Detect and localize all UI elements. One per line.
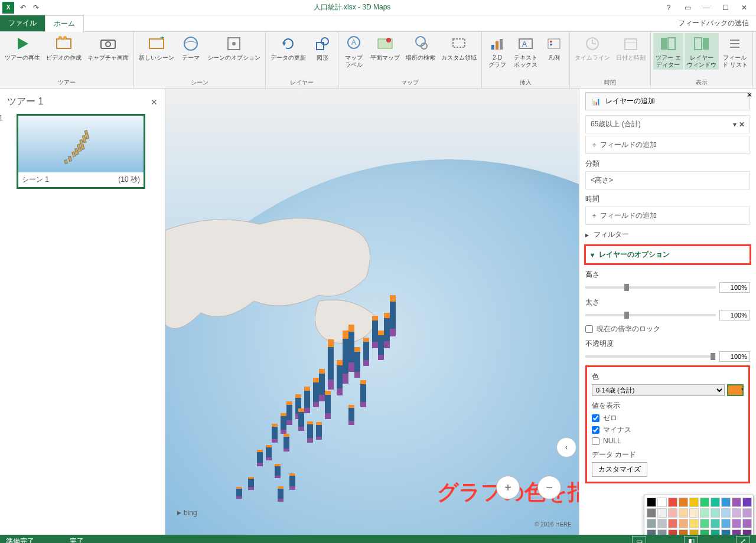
data-bar[interactable]: [307, 421, 313, 443]
color-swatch[interactable]: [679, 529, 688, 535]
filter-expander[interactable]: ▸ フィルター: [585, 227, 750, 242]
data-bar[interactable]: [384, 313, 390, 348]
data-bar[interactable]: [278, 486, 284, 502]
color-swatch[interactable]: [700, 529, 709, 535]
color-swatch[interactable]: [742, 519, 752, 528]
color-swatch[interactable]: [689, 529, 699, 535]
data-bar[interactable]: [298, 408, 304, 431]
color-swatch[interactable]: [700, 519, 709, 528]
help-button[interactable]: ?: [662, 2, 676, 14]
color-swatch[interactable]: [657, 508, 667, 518]
color-field-select[interactable]: 0-14歳 (合計): [592, 384, 725, 396]
view-mode-3[interactable]: ⤢: [736, 536, 750, 543]
color-swatch[interactable]: [732, 498, 741, 507]
time-add-field[interactable]: ＋ フィールドの追加: [585, 207, 750, 225]
tour-editor-button[interactable]: ツアー エディター: [653, 33, 683, 70]
color-swatch[interactable]: [711, 508, 720, 518]
color-swatch[interactable]: [721, 508, 731, 518]
new-scene-button[interactable]: +新しいシーン: [136, 33, 177, 63]
color-swatch[interactable]: [721, 498, 731, 507]
zoom-in-button[interactable]: +: [496, 476, 520, 499]
data-bar[interactable]: [313, 378, 319, 407]
color-swatch[interactable]: [679, 519, 688, 528]
data-bar[interactable]: [289, 473, 295, 490]
color-swatch[interactable]: [689, 508, 699, 518]
map-labels-button[interactable]: Aマップラベル: [341, 33, 367, 70]
data-bar[interactable]: [372, 316, 378, 348]
custom-region-button[interactable]: カスタム領域: [439, 33, 479, 63]
shapes-button[interactable]: 図形: [309, 33, 335, 63]
data-bar[interactable]: [337, 360, 343, 395]
2d-chart-button[interactable]: 2-Dグラフ: [484, 33, 510, 70]
tab-file[interactable]: ファイル: [0, 15, 45, 31]
theme-button[interactable]: テーマ: [178, 33, 204, 63]
color-swatch[interactable]: [647, 519, 656, 528]
color-swatch[interactable]: [647, 498, 656, 507]
data-bar[interactable]: [286, 401, 292, 425]
add-field-row[interactable]: ＋ フィールドの追加: [585, 136, 750, 154]
add-layer-button[interactable]: 📊 レイヤーの追加: [585, 92, 750, 110]
data-bar[interactable]: [328, 339, 334, 390]
data-bar[interactable]: [348, 405, 354, 425]
color-swatch-button[interactable]: [727, 384, 744, 396]
color-swatch[interactable]: [657, 529, 667, 535]
color-swatch[interactable]: [657, 498, 667, 507]
customize-button[interactable]: カスタマイズ: [592, 462, 647, 477]
rotate-left-button[interactable]: ‹: [556, 437, 576, 457]
color-swatch[interactable]: [742, 498, 752, 507]
color-swatch[interactable]: [742, 508, 752, 518]
view-mode-1[interactable]: ▭: [632, 536, 646, 543]
capture-screen-button[interactable]: キャプチャ画面: [85, 33, 131, 63]
text-box-button[interactable]: Aテキストボックス: [511, 33, 540, 70]
color-swatch[interactable]: [700, 508, 709, 518]
ribbon-options-button[interactable]: ▭: [680, 2, 695, 14]
data-bar[interactable]: [378, 331, 384, 360]
data-bar[interactable]: [316, 422, 322, 440]
data-bar[interactable]: [304, 387, 310, 413]
negative-checkbox[interactable]: マイナス: [592, 425, 744, 435]
minimize-button[interactable]: —: [699, 2, 713, 14]
zero-checkbox[interactable]: ゼロ: [592, 413, 744, 423]
undo-button[interactable]: ↶: [17, 1, 30, 14]
color-swatch[interactable]: [732, 508, 741, 518]
tour-pane-close[interactable]: ✕: [151, 97, 158, 107]
color-swatch[interactable]: [647, 508, 656, 518]
data-bar[interactable]: [284, 434, 289, 452]
zoom-out-button[interactable]: −: [537, 476, 561, 499]
color-swatch[interactable]: [689, 498, 699, 507]
data-bar[interactable]: [348, 325, 354, 372]
refresh-data-button[interactable]: データの更新: [268, 33, 308, 63]
field-dropdown-icon[interactable]: ▾: [733, 120, 737, 129]
flat-map-button[interactable]: 平面マップ: [368, 33, 402, 63]
legend-button[interactable]: 凡例: [541, 33, 567, 63]
color-swatch[interactable]: [721, 519, 731, 528]
data-bar[interactable]: [275, 464, 281, 478]
color-swatch[interactable]: [689, 519, 699, 528]
color-swatch[interactable]: [657, 519, 667, 528]
data-bar[interactable]: [354, 347, 360, 378]
color-swatch[interactable]: [668, 519, 677, 528]
color-swatch[interactable]: [732, 529, 741, 535]
field-list-button[interactable]: フィールド リスト: [720, 33, 750, 70]
feedback-link[interactable]: フィードバックの送信: [671, 15, 756, 31]
close-button[interactable]: ✕: [737, 2, 751, 14]
map-view[interactable]: ▸ bing © 2016 HERE グラフの色を指定 ˄ ‹ › ˅ + −: [165, 89, 579, 535]
find-location-button[interactable]: 場所の検索: [403, 33, 438, 63]
scene-options-button[interactable]: シーンのオプション: [205, 33, 263, 63]
color-swatch[interactable]: [668, 529, 677, 535]
data-bar[interactable]: [257, 450, 263, 466]
play-tour-button[interactable]: ツアーの再生: [2, 33, 43, 63]
data-bar[interactable]: [363, 338, 369, 366]
data-bar[interactable]: [236, 487, 242, 499]
data-bar[interactable]: [390, 295, 396, 336]
color-swatch[interactable]: [700, 498, 709, 507]
color-swatch[interactable]: [711, 498, 720, 507]
data-bar[interactable]: [319, 369, 325, 401]
data-bar[interactable]: [248, 477, 254, 490]
layer-options-expander[interactable]: ▾ レイヤーのオプション: [584, 244, 751, 265]
thickness-value[interactable]: 100%: [719, 310, 750, 320]
color-swatch[interactable]: [721, 529, 731, 535]
color-swatch[interactable]: [679, 508, 688, 518]
opacity-value[interactable]: 100%: [719, 351, 750, 362]
create-video-button[interactable]: ビデオの作成: [44, 33, 84, 63]
